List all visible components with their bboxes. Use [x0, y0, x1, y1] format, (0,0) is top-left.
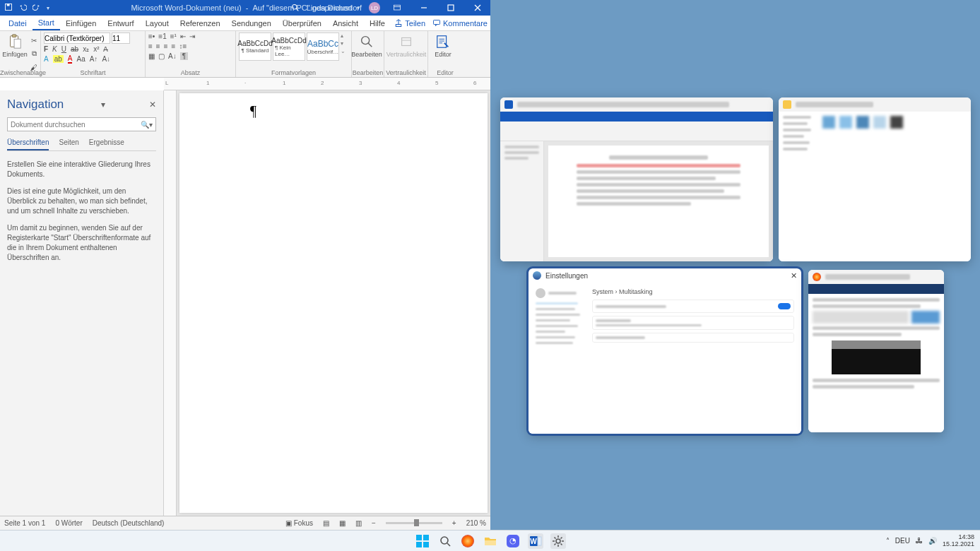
multilevel-icon[interactable]: ≡¹ [170, 32, 177, 40]
qat-dropdown-icon[interactable]: ▾ [47, 5, 49, 11]
taskbar-explorer-icon[interactable] [483, 533, 498, 549]
nav-close-icon[interactable]: ✕ [149, 100, 156, 109]
font-size-input[interactable] [112, 32, 130, 44]
view-web-icon[interactable]: ▥ [355, 519, 362, 527]
tray-network-icon[interactable]: 🖧 [916, 537, 923, 545]
tray-volume-icon[interactable]: 🔊 [928, 537, 937, 545]
close-button[interactable] [468, 0, 488, 16]
superscript-button[interactable]: x² [93, 45, 99, 53]
tab-datei[interactable]: Datei [3, 17, 33, 30]
align-center-icon[interactable]: ≡ [156, 42, 160, 50]
highlight-icon[interactable]: ab [53, 55, 64, 63]
status-words[interactable]: 0 Wörter [55, 519, 82, 527]
page[interactable]: ¶ [179, 93, 488, 513]
focus-mode-button[interactable]: ▣ Fokus [285, 519, 313, 527]
change-case-icon[interactable]: Aa [76, 55, 85, 63]
nav-tab-ueberschriften[interactable]: Überschriften [7, 138, 49, 150]
sort-icon[interactable]: A↓ [168, 52, 177, 60]
outdent-icon[interactable]: ⇤ [180, 32, 186, 40]
minimize-button[interactable] [414, 0, 434, 16]
styles-more-icon[interactable]: ⌄ [341, 48, 348, 54]
tab-entwurf[interactable]: Entwurf [102, 17, 139, 30]
bearbeiten-button[interactable]: Bearbeiten [355, 32, 379, 58]
view-read-icon[interactable]: ▤ [323, 519, 329, 527]
vertraulichkeit-button[interactable]: Vertraulichkeit [387, 32, 425, 58]
nav-dropdown-icon[interactable]: ▾ [101, 100, 105, 109]
shrink-font-icon[interactable]: A↓ [102, 55, 110, 63]
paste-button[interactable]: Einfügen [3, 32, 27, 58]
tray-language[interactable]: DEU [895, 537, 910, 545]
styles-up-icon[interactable]: ▴ [341, 32, 348, 39]
vertical-ruler[interactable] [164, 90, 177, 516]
text-effect-icon[interactable]: A [44, 55, 49, 63]
zoom-level[interactable]: 210 % [466, 519, 486, 527]
font-name-input[interactable] [44, 32, 110, 44]
shading-icon[interactable]: ▦ [148, 52, 155, 60]
start-button[interactable] [415, 533, 430, 549]
style-ueberschrift[interactable]: AaBbCc Überschrif… [307, 32, 339, 61]
borders-icon[interactable]: ▢ [158, 52, 165, 60]
tray-chevron-icon[interactable]: ˄ [886, 537, 890, 545]
underline-button[interactable]: U [61, 45, 66, 53]
tab-ueberpruefen[interactable]: Überprüfen [277, 17, 327, 30]
user-avatar[interactable]: LD [369, 2, 380, 13]
status-page[interactable]: Seite 1 von 1 [4, 519, 45, 527]
kommentare-button[interactable]: Kommentare [432, 19, 488, 28]
document-area[interactable]: ¶ [164, 90, 490, 516]
horizontal-ruler[interactable]: L 1 · 1 2 3 4 5 6 [164, 78, 490, 90]
editor-button[interactable]: Editor [431, 32, 455, 58]
tab-ansicht[interactable]: Ansicht [327, 17, 364, 30]
show-marks-icon[interactable]: ¶ [180, 52, 188, 60]
italic-button[interactable]: K [52, 45, 57, 53]
tab-layout[interactable]: Layout [140, 17, 175, 30]
taskbar-settings-icon[interactable] [550, 533, 566, 549]
strike-button[interactable]: ab [71, 45, 78, 53]
zoom-in-button[interactable]: + [452, 519, 456, 527]
tab-referenzen[interactable]: Referenzen [175, 17, 226, 30]
taskbar-discord-icon[interactable]: ◔ [505, 533, 521, 549]
taskbar-word-icon[interactable]: W [528, 533, 543, 549]
indent-icon[interactable]: ⇥ [189, 32, 195, 40]
status-lang[interactable]: Deutsch (Deutschland) [93, 519, 165, 527]
bold-button[interactable]: F [44, 45, 48, 53]
nav-search-input[interactable] [11, 121, 141, 129]
grow-font-icon[interactable]: A↑ [90, 55, 98, 63]
snap-thumb-explorer[interactable] [779, 97, 971, 261]
nav-tab-ergebnisse[interactable]: Ergebnisse [89, 138, 124, 150]
nav-search-box[interactable]: 🔍▾ [7, 117, 156, 131]
snap-close-icon[interactable]: ✕ [791, 271, 797, 280]
tab-sendungen[interactable]: Sendungen [226, 17, 277, 30]
title-dropdown-icon[interactable]: ▾ [357, 5, 360, 11]
align-justify-icon[interactable]: ≡ [172, 42, 176, 50]
tab-einfuegen[interactable]: Einfügen [60, 17, 102, 30]
align-left-icon[interactable]: ≡ [148, 42, 153, 50]
cut-icon[interactable]: ✂ [28, 35, 40, 46]
search-icon[interactable]: 🔍▾ [141, 121, 153, 129]
save-icon[interactable] [4, 3, 13, 13]
tab-start[interactable]: Start [33, 16, 60, 30]
copy-icon[interactable]: ⧉ [28, 48, 40, 59]
clear-format-icon[interactable]: A̶ [103, 45, 108, 53]
snap-thumb-word[interactable] [500, 97, 773, 261]
line-spacing-icon[interactable]: ↕≡ [179, 42, 187, 50]
taskbar-firefox-icon[interactable] [460, 533, 476, 549]
view-print-icon[interactable]: ▦ [339, 519, 346, 527]
style-kein-leerraum[interactable]: AaBbCcDd ¶ Kein Lee… [273, 32, 305, 61]
snap-thumb-firefox[interactable] [808, 270, 944, 432]
bullets-icon[interactable]: ≡• [148, 32, 155, 40]
redo-icon[interactable] [33, 3, 41, 13]
snap-thumb-settings[interactable]: Einstellungen ✕ [529, 268, 801, 434]
zoom-slider[interactable] [386, 522, 442, 524]
align-right-icon[interactable]: ≡ [164, 42, 168, 50]
maximize-button[interactable] [441, 0, 461, 16]
nav-tab-seiten[interactable]: Seiten [59, 138, 78, 150]
font-color-icon[interactable]: A [68, 54, 73, 64]
zoom-out-button[interactable]: − [372, 519, 376, 527]
ribbon-display-icon[interactable] [387, 0, 407, 16]
numbering-icon[interactable]: ≡1 [158, 32, 166, 40]
style-standard[interactable]: AaBbCcDd ¶ Standard [239, 32, 271, 61]
undo-icon[interactable] [18, 3, 27, 13]
subscript-button[interactable]: x₂ [83, 45, 89, 53]
taskbar-search-icon[interactable] [437, 533, 453, 549]
tab-hilfe[interactable]: Hilfe [364, 17, 391, 30]
